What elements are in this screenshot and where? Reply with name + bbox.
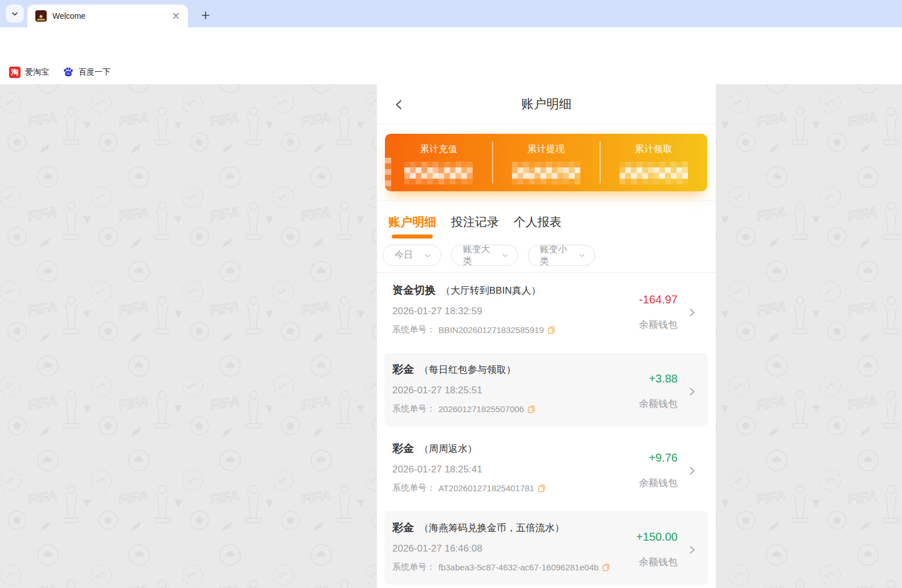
tab-account-detail[interactable]: 账户明细	[388, 214, 436, 230]
blurred-value	[404, 162, 473, 184]
order-number: 202601271825507006	[438, 404, 524, 414]
chevron-right-icon	[687, 544, 697, 556]
chevron-right-icon	[687, 385, 697, 398]
summary-total-claimed: 累计领取	[600, 134, 707, 191]
page-title: 账户明细	[377, 96, 716, 113]
order-label: 系统单号：	[392, 483, 435, 494]
copy-icon[interactable]	[527, 405, 536, 414]
copy-icon[interactable]	[538, 484, 546, 493]
summary-total-deposit: 累计充值	[385, 134, 493, 191]
divider	[492, 142, 493, 183]
tab-title: Welcome	[52, 11, 170, 20]
transaction-type: 彩金	[392, 441, 414, 456]
active-tab-underline	[392, 235, 433, 239]
filter-major-type-dropdown[interactable]: 账变大类	[451, 245, 518, 266]
chevron-right-icon	[687, 306, 697, 319]
divider	[600, 142, 601, 183]
transaction-desc: （周周返水）	[419, 442, 477, 455]
bookmark-taobao[interactable]: 淘 爱淘宝	[5, 64, 54, 80]
summary-total-withdraw: 累计提现	[493, 134, 600, 191]
taobao-icon: 淘	[9, 67, 20, 78]
tab-bet-records[interactable]: 投注记录	[451, 214, 499, 230]
chevron-down-icon	[502, 252, 509, 260]
order-number: BBIN202601271832585919	[438, 325, 544, 335]
order-label: 系统单号：	[392, 324, 435, 335]
page-background: FIFA 账户明细 累计充值 累计提现	[0, 84, 902, 588]
transaction-type: 彩金	[392, 362, 414, 377]
blurred-value	[512, 162, 580, 184]
transaction-row[interactable]: 彩金（海燕筹码兑换金币，五倍流水） 2026-01-27 16:46:08 系统…	[377, 510, 716, 588]
chevron-right-icon	[687, 464, 697, 477]
tab-personal-report[interactable]: 个人报表	[514, 214, 561, 230]
svg-text:du: du	[67, 72, 70, 76]
copy-icon[interactable]	[547, 326, 556, 335]
summary-card: 累计充值 累计提现 累计领取	[385, 134, 707, 191]
wallet-name: 余额钱包	[639, 318, 678, 331]
transaction-row[interactable]: 彩金（每日红包参与领取） 2026-01-27 18:25:51 系统单号：20…	[377, 352, 716, 431]
bookmarks-bar: 淘 爱淘宝 du 百度一下	[0, 60, 902, 84]
transaction-type: 彩金	[392, 520, 414, 535]
order-number: AT202601271825401781	[438, 483, 534, 493]
transaction-type: 资金切换	[392, 283, 436, 298]
browser-tab[interactable]: ♠ Welcome	[27, 5, 188, 27]
chevron-down-icon	[10, 9, 19, 18]
transaction-row[interactable]: 资金切换（大厅转到BBIN真人） 2026-01-27 18:32:59 系统单…	[377, 273, 716, 352]
order-label: 系统单号：	[392, 404, 435, 414]
app-panel: 账户明细 累计充值 累计提现 累计领取 账户明细 投注记录 个人报表	[377, 84, 716, 588]
close-icon	[172, 12, 180, 20]
transaction-datetime: 2026-01-27 18:25:41	[392, 464, 546, 475]
transaction-datetime: 2026-01-27 18:32:59	[392, 306, 556, 317]
wallet-name: 余额钱包	[639, 397, 678, 410]
transaction-desc: （大厅转到BBIN真人）	[441, 284, 541, 297]
plus-icon	[200, 10, 211, 20]
filter-date-dropdown[interactable]: 今日	[383, 245, 441, 266]
transaction-amount: +3.88	[649, 372, 678, 385]
filter-minor-type-dropdown[interactable]: 账变小类	[528, 245, 595, 266]
filter-bar: 今日 账变大类 账变小类	[383, 245, 595, 266]
new-tab-button[interactable]	[197, 7, 214, 24]
transaction-list: 资金切换（大厅转到BBIN真人） 2026-01-27 18:32:59 系统单…	[377, 273, 716, 588]
tab-close-button[interactable]	[170, 10, 182, 22]
transaction-datetime: 2026-01-27 18:25:51	[392, 385, 536, 396]
transaction-amount: -164.97	[639, 293, 678, 306]
copy-icon[interactable]	[602, 563, 610, 572]
browser-tab-strip: ♠ Welcome	[0, 0, 902, 27]
transaction-amount: +150.00	[636, 531, 678, 544]
transaction-amount: +9.76	[649, 451, 678, 464]
divider	[377, 200, 716, 201]
baidu-icon: du	[63, 67, 74, 78]
chevron-down-icon	[424, 252, 432, 260]
app-header: 账户明细	[377, 84, 716, 124]
browser-toolbar: 175616.cc/reports/index?tab=0	[0, 27, 902, 60]
wallet-name: 余额钱包	[639, 476, 678, 490]
bookmark-baidu[interactable]: du 百度一下	[58, 64, 115, 80]
transaction-desc: （海燕筹码兑换金币，五倍流水）	[419, 521, 564, 534]
blurred-value	[620, 162, 688, 184]
transaction-datetime: 2026-01-27 16:46:08	[392, 543, 610, 554]
order-label: 系统单号：	[392, 562, 435, 573]
transaction-row[interactable]: 彩金（周周返水） 2026-01-27 18:25:41 系统单号：AT2026…	[377, 431, 716, 510]
wallet-name: 余额钱包	[639, 556, 678, 569]
transaction-desc: （每日红包参与领取）	[419, 363, 516, 376]
chevron-down-icon	[579, 252, 585, 260]
site-favicon-icon: ♠	[35, 10, 47, 22]
report-tabs: 账户明细 投注记录 个人报表	[388, 205, 561, 239]
tab-search-button[interactable]	[6, 5, 24, 23]
order-number: fb3abea3-5c87-4632-ac67-16096281e04b	[438, 562, 598, 572]
